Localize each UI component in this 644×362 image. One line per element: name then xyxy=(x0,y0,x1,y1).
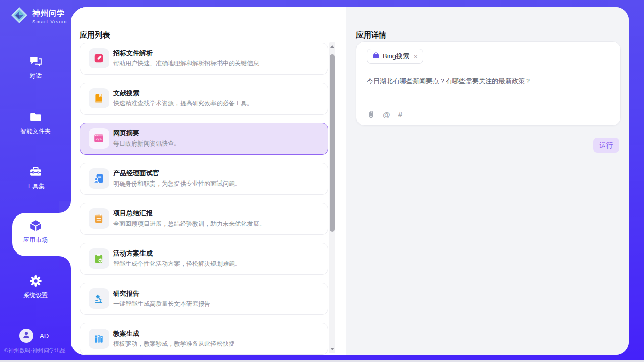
copyright-footer: ©神州数码·神州问学出品 xyxy=(4,347,66,354)
app-card[interactable]: </>网页摘要每日政府新闻资讯快查。 xyxy=(80,123,328,155)
diamond-logo-icon xyxy=(10,6,28,26)
briefcase-icon xyxy=(372,52,380,61)
scroll-up-icon[interactable] xyxy=(330,45,334,48)
books-icon xyxy=(89,329,109,349)
run-button[interactable]: 运行 xyxy=(593,138,619,153)
app-card-desc: 快速精准查找学术资源，提高研究效率的必备工具。 xyxy=(113,99,253,108)
cube-icon xyxy=(0,218,71,233)
book-icon xyxy=(89,88,109,108)
notepad-icon xyxy=(89,208,109,229)
tool-tag-label: Bing搜索 xyxy=(383,52,409,61)
app-card[interactable]: 招标文件解析帮助用户快速、准确地理解和解析招标书中的关键信息 xyxy=(80,43,328,75)
interview-icon xyxy=(89,168,109,189)
sidebar-item-label: 智能文件夹 xyxy=(0,127,71,136)
app-detail-panel: 应用详情 Bing搜索 × 今日湖北有哪些新闻要点？有哪些需要关注的最新政策？ … xyxy=(346,7,629,355)
user-row[interactable]: AD xyxy=(19,329,49,343)
app-cards: 招标文件解析帮助用户快速、准确地理解和解析招标书中的关键信息文献搜索快速精准查找… xyxy=(80,43,328,355)
sidebar-item-toolbox[interactable]: 工具集 xyxy=(0,165,71,191)
attachment-icon[interactable] xyxy=(367,110,375,119)
avatar xyxy=(19,329,33,343)
clipboard-check-icon xyxy=(89,248,109,269)
app-card-desc: 明确身份和职责，为您提供专业性的面试问题。 xyxy=(113,179,241,188)
sidebar-item-label: 应用市场 xyxy=(0,236,71,244)
sidebar-item-label: 对话 xyxy=(0,71,71,80)
sidebar-item-chat[interactable]: 对话 xyxy=(0,55,71,80)
app-list-panel: 应用列表 招标文件解析帮助用户快速、准确地理解和解析招标书中的关键信息文献搜索快… xyxy=(71,7,346,355)
prompt-card: Bing搜索 × 今日湖北有哪些新闻要点？有哪些需要关注的最新政策？ @ # xyxy=(356,41,621,126)
app-card-title: 教案生成 xyxy=(113,329,139,338)
app-card[interactable]: 文献搜索快速精准查找学术资源，提高研究效率的必备工具。 xyxy=(80,83,328,115)
mention-icon[interactable]: @ xyxy=(383,110,390,119)
person-icon xyxy=(22,330,31,341)
app-card-desc: 全面回顾项目进展，总结经验教训，助力未来优化发展。 xyxy=(113,220,265,228)
app-logo: 神州问学 Smart Vision xyxy=(10,6,67,26)
app-card-desc: 模板驱动，教案秒成，教学准备从此轻松快捷 xyxy=(113,340,235,348)
app-card-title: 项目总结汇报 xyxy=(113,209,153,218)
app-detail-title: 应用详情 xyxy=(356,30,386,40)
bubble-fillet-top xyxy=(59,201,71,213)
app-card[interactable]: 教案生成模板驱动，教案秒成，教学准备从此轻松快捷 xyxy=(80,323,328,355)
sidebar: 神州问学 Smart Vision 对话智能文件夹工具集应用市场系统设置 AD … xyxy=(0,0,71,362)
sidebar-item-label: 工具集 xyxy=(0,182,71,191)
app-card[interactable]: 活动方案生成智能生成个性化活动方案，轻松解决规划难题。 xyxy=(80,243,328,275)
input-toolbar: @ # xyxy=(367,110,402,119)
brand-name: 神州问学 xyxy=(32,9,67,18)
app-card[interactable]: 研究报告一键智能生成高质量长文本研究报告 xyxy=(80,283,328,315)
app-card-title: 招标文件解析 xyxy=(113,49,153,58)
app-card[interactable]: 产品经理面试官明确身份和职责，为您提供专业性的面试问题。 xyxy=(80,163,328,195)
app-card-desc: 帮助用户快速、准确地理解和解析招标书中的关键信息 xyxy=(113,59,259,68)
gear-icon xyxy=(0,274,71,288)
close-icon[interactable]: × xyxy=(414,53,418,60)
folder-icon xyxy=(0,111,71,124)
app-card-title: 网页摘要 xyxy=(113,129,139,138)
svg-text:</>: </> xyxy=(96,137,102,141)
doc-edit-icon xyxy=(89,48,109,68)
app-card-desc: 每日政府新闻资讯快查。 xyxy=(113,139,180,148)
scrollbar-thumb[interactable] xyxy=(330,54,335,232)
app-card-title: 产品经理面试官 xyxy=(113,169,159,178)
app-card-title: 研究报告 xyxy=(113,289,139,298)
sidebar-item-cube[interactable]: 应用市场 xyxy=(0,218,71,244)
app-card-desc: 智能生成个性化活动方案，轻松解决规划难题。 xyxy=(113,260,241,268)
main-content: 应用列表 招标文件解析帮助用户快速、准确地理解和解析招标书中的关键信息文献搜索快… xyxy=(71,7,629,355)
app-card[interactable]: 项目总结汇报全面回顾项目进展，总结经验教训，助力未来优化发展。 xyxy=(80,203,328,235)
user-name: AD xyxy=(40,332,49,340)
sidebar-item-label: 系统设置 xyxy=(0,291,71,300)
app-card-title: 活动方案生成 xyxy=(113,249,153,258)
brand-subtitle: Smart Vision xyxy=(32,19,67,24)
toolbox-icon xyxy=(0,165,71,179)
chat-icon xyxy=(0,55,71,68)
browser-code-icon: </> xyxy=(89,128,109,149)
hash-icon[interactable]: # xyxy=(398,110,402,119)
sidebar-item-gear[interactable]: 系统设置 xyxy=(0,274,71,300)
tool-tag-bing-search[interactable]: Bing搜索 × xyxy=(367,49,423,64)
prompt-input[interactable]: 今日湖北有哪些新闻要点？有哪些需要关注的最新政策？ xyxy=(367,76,610,86)
app-list-title: 应用列表 xyxy=(80,30,110,40)
bubble-fillet-bottom xyxy=(59,256,71,268)
app-card-desc: 一键智能生成高质量长文本研究报告 xyxy=(113,300,210,308)
app-card-title: 文献搜索 xyxy=(113,89,139,98)
scroll-down-icon[interactable] xyxy=(330,348,334,350)
sidebar-item-folder[interactable]: 智能文件夹 xyxy=(0,111,71,136)
list-scrollbar[interactable] xyxy=(329,42,335,353)
microscope-icon xyxy=(89,288,109,309)
